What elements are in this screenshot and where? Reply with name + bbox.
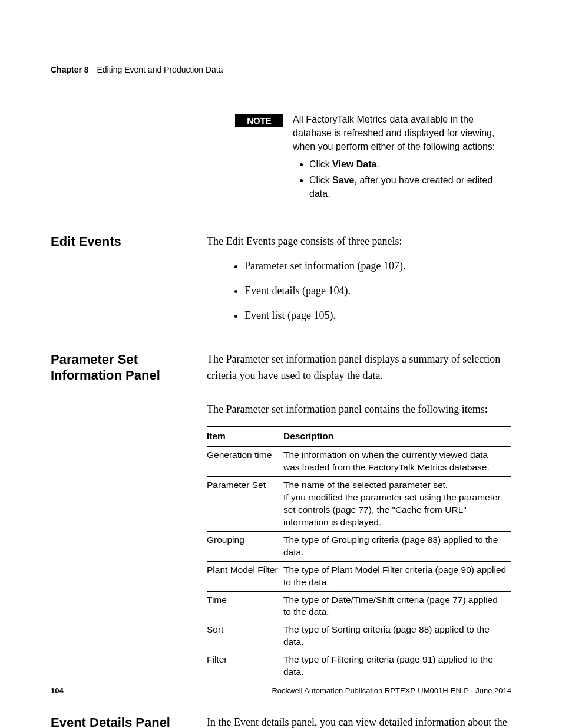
cell-desc: The type of Filtering criteria (page 91)… [283,651,511,681]
heading-edit-events: Edit Events [51,233,207,250]
header-rule [51,77,511,77]
page-footer: 104 Rockwell Automation Publication RPTE… [51,686,511,695]
param-panel-p1: The Parameter set information panel disp… [207,351,511,384]
edit-events-list: Parameter set information (page 107). Ev… [207,258,511,324]
body-event-details: In the Event details panel, you can view… [207,714,511,728]
note-badge: NOTE [235,114,283,127]
note-block: NOTE All FactoryTalk Metrics data availa… [235,113,511,203]
table-row: Sort The type of Sorting criteria (page … [207,621,511,651]
cell-desc: The type of Plant Model Filter criteria … [283,561,511,591]
cell-desc: The type of Grouping criteria (page 83) … [283,531,511,561]
table-row: Plant Model Filter The type of Plant Mod… [207,561,511,591]
section-param-panel: Parameter Set Information Panel The Para… [51,351,511,681]
table-header-row: Item Description [207,427,511,447]
list-item: Event details (page 104). [244,283,511,299]
cell-item: Grouping [207,531,283,561]
body-edit-events: The Edit Events page consists of three p… [207,233,511,332]
page: Chapter 8 Editing Event and Production D… [0,0,562,728]
cell-desc: The type of Sorting criteria (page 88) a… [283,621,511,651]
note-bullet: Click Save, after you have created or ed… [309,173,511,200]
table-row: Grouping The type of Grouping criteria (… [207,531,511,561]
publication-id: Rockwell Automation Publication RPTEXP-U… [272,686,511,695]
cell-desc: The type of Date/Time/Shift criteria (pa… [283,591,511,621]
event-details-p1: In the Event details panel, you can view… [207,714,511,728]
table-row: Filter The type of Filtering criteria (p… [207,651,511,681]
edit-events-intro: The Edit Events page consists of three p… [207,233,511,250]
cell-desc: The name of the selected parameter set. … [283,477,511,532]
th-item: Item [207,427,283,447]
cell-item: Plant Model Filter [207,561,283,591]
cell-item: Generation time [207,447,283,477]
table-row: Time The type of Date/Time/Shift criteri… [207,591,511,621]
note-bullets: Click View Data. Click Save, after you h… [293,157,511,201]
note-text: All FactoryTalk Metrics data available i… [293,113,511,203]
cell-desc: The information on when the currently vi… [283,447,511,477]
th-desc: Description [283,427,511,447]
body-param-panel: The Parameter set information panel disp… [207,351,511,681]
chapter-label: Chapter 8 [51,65,89,74]
heading-param-panel: Parameter Set Information Panel [51,351,207,384]
section-event-details: Event Details Panel In the Event details… [51,714,511,728]
chapter-title: Editing Event and Production Data [97,65,223,74]
content-area: NOTE All FactoryTalk Metrics data availa… [51,113,511,728]
table-row: Parameter Set The name of the selected p… [207,477,511,532]
note-bullet: Click View Data. [309,157,511,171]
cell-item: Time [207,591,283,621]
cell-item: Parameter Set [207,477,283,532]
running-header: Chapter 8 Editing Event and Production D… [51,65,511,74]
page-number: 104 [51,686,64,695]
cell-item: Filter [207,651,283,681]
section-edit-events: Edit Events The Edit Events page consist… [51,233,511,332]
param-info-table: Item Description Generation time The inf… [207,426,511,681]
heading-event-details: Event Details Panel [51,714,207,728]
note-intro: All FactoryTalk Metrics data available i… [293,114,495,151]
cell-item: Sort [207,621,283,651]
list-item: Parameter set information (page 107). [244,258,511,275]
table-row: Generation time The information on when … [207,447,511,477]
list-item: Event list (page 105). [244,308,511,324]
param-panel-p2: The Parameter set information panel cont… [207,401,511,418]
